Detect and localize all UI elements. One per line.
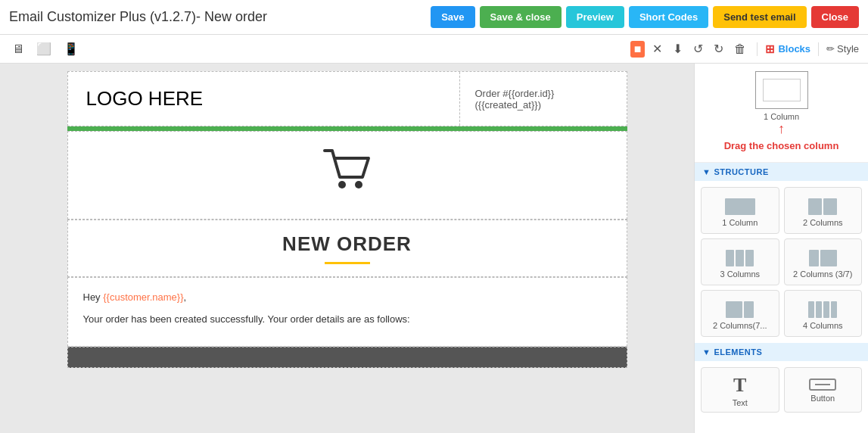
toolbar-device-icons: 🖥 ⬜ 📱 <box>9 40 82 58</box>
button-element-label: Button <box>788 394 859 403</box>
new-order-underline <box>325 262 370 264</box>
trash-icon[interactable]: 🗑 <box>731 41 749 58</box>
tablet-icon[interactable]: ⬜ <box>33 40 54 58</box>
style-label[interactable]: ✏ Style <box>826 43 859 55</box>
2col-bar1 <box>808 198 822 215</box>
chevron-down-icon-elements: ▼ <box>702 347 711 357</box>
highlight-icon[interactable]: ■ <box>630 41 646 58</box>
customer-var: {{customer.name}} <box>103 291 183 303</box>
4col-icon <box>788 297 859 318</box>
header-buttons: Save Save & close Preview Short Codes Se… <box>431 6 859 28</box>
toolbar: 🖥 ⬜ 📱 ■ ✕ ⬇ ↺ ↻ 🗑 ⊞ Blocks ✏ Style <box>0 35 868 64</box>
email-wrapper: LOGO HERE Order #{{order.id}} ({{created… <box>67 71 627 368</box>
test-email-button[interactable]: Send test email <box>713 6 806 28</box>
header: Email Customizer Plus (v1.2.7)- New orde… <box>0 0 868 35</box>
download-icon[interactable]: ⬇ <box>670 40 686 58</box>
save-close-button[interactable]: Save & close <box>480 6 562 28</box>
4col-bar1 <box>808 301 814 318</box>
logo-text: LOGO HERE <box>86 87 204 110</box>
divider <box>757 42 758 56</box>
2col37-bar2 <box>820 250 837 266</box>
email-header-row: LOGO HERE Order #{{order.id}} ({{created… <box>67 71 627 126</box>
button-line <box>815 384 830 385</box>
redo-icon[interactable]: ↻ <box>711 40 726 58</box>
layout-2-columns[interactable]: 2 Columns <box>784 187 863 234</box>
element-text[interactable]: T Text <box>701 367 779 413</box>
col-preview-label: 1 Column <box>764 112 799 121</box>
layout-4-columns[interactable]: 4 Columns <box>784 290 863 337</box>
layout-2col-7x[interactable]: 2 Columns(7... <box>701 290 779 337</box>
text-element-icon: T <box>705 375 776 395</box>
shortcodes-button[interactable]: Short Codes <box>629 6 708 28</box>
order-info-cell: Order #{{order.id}} ({{created_at}}) <box>460 72 627 126</box>
layout-2col-label: 2 Columns <box>788 218 859 227</box>
layout-1col-label: 1 Column <box>705 218 776 227</box>
svg-point-1 <box>355 181 362 188</box>
layout-grid: 1 Column 2 Columns 3 Columns <box>695 181 868 343</box>
1col-bar <box>725 198 755 215</box>
cart-section <box>67 131 627 220</box>
mobile-icon[interactable]: 📱 <box>61 40 82 58</box>
2col7x-bar1 <box>726 301 742 318</box>
layout-3-columns[interactable]: 3 Columns <box>701 238 779 285</box>
2col37-icon <box>788 245 859 266</box>
3col-bar1 <box>726 250 734 266</box>
element-button[interactable]: Button <box>784 367 863 413</box>
2col-bar2 <box>823 198 837 215</box>
order-text: Order #{{order.id}} ({{created_at}}) <box>475 88 611 111</box>
1col-icon <box>705 194 776 215</box>
layout-1-column[interactable]: 1 Column <box>701 187 779 234</box>
2col37-bar1 <box>809 250 819 266</box>
cart-icon <box>83 147 611 204</box>
button-element-icon <box>788 378 859 391</box>
elements-grid: T Text Button <box>695 361 868 419</box>
preview-button[interactable]: Preview <box>566 6 624 28</box>
drag-instruction: Drag the chosen column <box>724 140 839 151</box>
greeting-paragraph: Hey {{customer.name}}, <box>83 290 611 306</box>
new-order-section: NEW ORDER <box>67 220 627 277</box>
pencil-icon: ✏ <box>826 43 835 55</box>
desktop-icon[interactable]: 🖥 <box>9 41 27 58</box>
4col-bar2 <box>816 301 822 318</box>
layout-2col-37[interactable]: 2 Columns (3/7) <box>784 238 863 285</box>
structure-section-header: ▼ STRUCTURE <box>695 163 868 181</box>
toolbar-actions: ■ ✕ ⬇ ↺ ↻ 🗑 ⊞ Blocks ✏ Style <box>630 40 859 58</box>
close-icon[interactable]: ✕ <box>649 40 665 58</box>
4col-bar3 <box>823 301 829 318</box>
text-element-label: Text <box>705 398 776 407</box>
2col7x-bar2 <box>744 301 754 318</box>
layout-2col7x-label: 2 Columns(7... <box>705 321 776 330</box>
3col-icon <box>705 245 776 266</box>
page-title: Email Customizer Plus (v1.2.7)- New orde… <box>9 9 267 25</box>
chevron-down-icon: ▼ <box>702 167 711 176</box>
bottom-row-dark <box>67 347 627 368</box>
column-preview-area: 1 Column ↑ Drag the chosen column <box>695 64 868 163</box>
undo-icon[interactable]: ↺ <box>690 40 706 58</box>
blocks-grid-icon: ⊞ <box>765 42 775 56</box>
svg-point-0 <box>338 181 346 188</box>
one-col-inner <box>763 79 801 101</box>
layout-4col-label: 4 Columns <box>788 321 859 330</box>
elements-section-header: ▼ ELEMENTS <box>695 343 868 361</box>
2col-icon <box>788 194 859 215</box>
order-body-text: Your order has been created successfully… <box>83 312 611 328</box>
right-panel: 1 Column ↑ Drag the chosen column ▼ STRU… <box>694 64 868 433</box>
canvas[interactable]: LOGO HERE Order #{{order.id}} ({{created… <box>0 64 694 433</box>
layout-3col-label: 3 Columns <box>705 269 776 279</box>
close-button[interactable]: Close <box>811 6 859 28</box>
3col-bar3 <box>745 250 754 266</box>
divider2 <box>818 42 819 56</box>
3col-bar2 <box>736 250 744 266</box>
logo-cell: LOGO HERE <box>68 72 460 126</box>
main-area: LOGO HERE Order #{{order.id}} ({{created… <box>0 64 868 433</box>
one-col-preview <box>755 71 808 109</box>
new-order-title: NEW ORDER <box>80 232 614 256</box>
layout-2col37-label: 2 Columns (3/7) <box>788 269 859 279</box>
save-button[interactable]: Save <box>431 6 474 28</box>
4col-bar4 <box>831 301 837 318</box>
2col7x-icon <box>705 297 776 318</box>
drag-up-arrow-icon: ↑ <box>778 121 785 137</box>
blocks-label[interactable]: ⊞ Blocks <box>765 42 810 56</box>
text-section: Hey {{customer.name}}, Your order has be… <box>67 277 627 347</box>
